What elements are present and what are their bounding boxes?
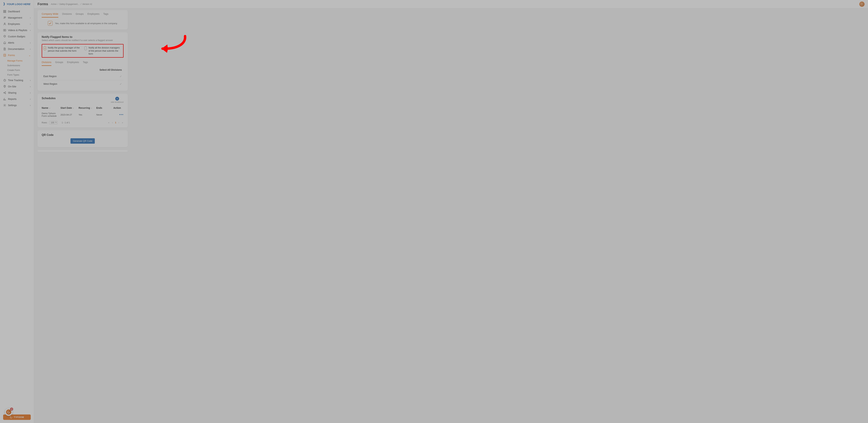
nav-create-form[interactable]: Create Form <box>7 68 34 72</box>
badge-count: 4 <box>10 407 13 411</box>
chart-icon <box>3 97 6 100</box>
breadcrumb: Active / Safety Engagement… / Version #1 <box>51 3 92 5</box>
check-icon: ✓ <box>120 75 122 78</box>
page-next[interactable]: › <box>118 121 120 124</box>
company-wide-checkbox[interactable] <box>48 21 53 26</box>
svg-point-10 <box>4 86 5 86</box>
badge-icon <box>3 35 6 38</box>
nav-forms[interactable]: Forms ⌄ <box>0 52 34 58</box>
check-icon <box>49 22 52 25</box>
chevron-right-icon: › <box>30 48 31 50</box>
nav-videos[interactable]: Videos & Playlists › <box>0 27 34 33</box>
nav-management[interactable]: Management › <box>0 14 34 21</box>
svg-point-12 <box>5 92 6 92</box>
employees-icon <box>3 22 6 26</box>
schedules-table: Name ⌄ Start Date ⌄ Recurring ⌄ Ends Act… <box>37 104 128 119</box>
division-name: West Region <box>43 83 57 85</box>
notify-card: Notify Flagged Items to Select which use… <box>37 32 128 91</box>
nav-documentation[interactable]: Documentation › <box>0 46 34 52</box>
col-start-date[interactable]: Start Date ⌄ <box>60 107 79 109</box>
svg-point-11 <box>4 93 4 93</box>
nav-reports[interactable]: Reports › <box>0 96 34 102</box>
page-range: 1 - 1 of 1 <box>62 121 70 124</box>
tab-groups[interactable]: Groups <box>76 12 84 18</box>
plus-icon: + <box>115 97 119 100</box>
cell-start: 2023-04-27 <box>60 114 79 116</box>
availability-tabs: Company Wide Divisions Groups Employees … <box>42 12 124 18</box>
tab-notify-divisions[interactable]: Divisions <box>42 60 51 66</box>
notify-title: Notify Flagged Items to <box>42 35 124 38</box>
qr-card: QR Code Generate QR Code <box>37 130 128 147</box>
chevron-right-icon: › <box>30 16 31 19</box>
page-last[interactable]: » <box>121 121 124 124</box>
sort-icon: ⌄ <box>49 107 50 109</box>
tab-tags[interactable]: Tags <box>103 12 108 18</box>
notify-division-managers-checkbox[interactable] <box>84 46 87 50</box>
breadcrumb-item[interactable]: Safety Engagement… <box>59 3 80 5</box>
col-name[interactable]: Name ⌄ <box>42 107 60 109</box>
chevron-right-icon: › <box>30 85 31 88</box>
svg-point-6 <box>4 23 5 24</box>
page-title: Forms <box>37 2 48 6</box>
nav-time-tracking[interactable]: Time Tracking › <box>0 77 34 83</box>
tab-divisions[interactable]: Divisions <box>62 12 72 18</box>
qr-title: QR Code <box>42 133 124 137</box>
nav-dashboard[interactable]: Dashboard <box>0 8 34 14</box>
share-icon <box>3 91 6 94</box>
tab-notify-employees[interactable]: Employees <box>67 60 79 66</box>
division-name: East Region <box>43 75 57 78</box>
row-actions-menu[interactable]: ••• <box>119 113 124 116</box>
schedules-card: Schedules + ADD SCHEDULE Name ⌄ Start Da… <box>37 94 128 127</box>
add-schedule-button[interactable]: + ADD SCHEDULE <box>111 97 124 103</box>
nav-badges[interactable]: Custom Badges <box>0 33 34 40</box>
nav-employees[interactable]: Employees › <box>0 21 34 27</box>
rows-select[interactable]: 100 ⇅ <box>49 121 58 124</box>
generate-qr-button[interactable]: Generate QR Code <box>70 138 95 144</box>
nav-onsite[interactable]: On-Site › <box>0 83 34 90</box>
nav-submissions[interactable]: Submissions <box>7 63 34 68</box>
page-current: 1 <box>115 121 116 124</box>
nav-form-types[interactable]: Form Types <box>7 72 34 77</box>
tab-company-wide[interactable]: Company Wide <box>42 12 58 18</box>
svg-rect-3 <box>5 12 6 13</box>
tab-notify-tags[interactable]: Tags <box>83 60 88 66</box>
card-edge <box>37 150 128 152</box>
breadcrumb-item[interactable]: Active <box>51 3 57 5</box>
breadcrumb-item[interactable]: Version #1 <box>82 3 92 5</box>
select-all-divisions[interactable]: Select All Divisions <box>42 66 124 72</box>
notify-group-manager-checkbox[interactable] <box>43 46 46 50</box>
company-wide-label: Yes, make this form available to all emp… <box>55 22 118 25</box>
nav-alerts[interactable]: Alerts › <box>0 40 34 46</box>
nav-sharing[interactable]: Sharing › <box>0 90 34 96</box>
notify-options-highlight: Notify the group manager of the person t… <box>42 44 124 58</box>
cell-ends: Never <box>96 114 113 116</box>
sort-icon: ⌄ <box>72 107 74 109</box>
svg-point-13 <box>5 93 6 94</box>
col-ends: Ends <box>96 107 113 109</box>
tab-employees[interactable]: Employees <box>88 12 99 18</box>
bell-icon <box>3 41 6 44</box>
tab-notify-groups[interactable]: Groups <box>55 60 63 66</box>
spinner-icon <box>10 416 12 419</box>
svg-rect-2 <box>3 12 4 13</box>
chevron-right-icon: › <box>30 104 31 107</box>
col-recurring[interactable]: Recurring ⌄ <box>79 107 96 109</box>
avatar[interactable] <box>859 2 865 7</box>
logo: YOUR LOGO HERE <box>0 0 34 7</box>
location-icon <box>3 85 6 88</box>
division-row[interactable]: West Region ✓ <box>42 80 124 88</box>
page-prev[interactable]: ‹ <box>112 121 113 124</box>
division-row[interactable]: East Region ✓ <box>42 72 124 80</box>
clock-icon <box>3 79 6 82</box>
schedules-title: Schedules <box>42 97 56 100</box>
forms-submenu: Manage Forms Submissions Create Form For… <box>0 58 34 77</box>
svg-rect-1 <box>5 10 6 11</box>
nav-settings[interactable]: Settings › <box>0 102 34 109</box>
page-first[interactable]: « <box>107 121 110 124</box>
nav-manage-forms[interactable]: Manage Forms <box>7 58 34 63</box>
notification-badge[interactable]: 4 <box>5 408 12 416</box>
table-row: Demo Tyfoom Form schedule 2023-04-27 Yes… <box>42 111 124 119</box>
notify-scope-tabs: Divisions Groups Employees Tags <box>42 60 124 66</box>
rows-label: Rows: <box>42 121 48 124</box>
svg-rect-0 <box>3 10 4 11</box>
